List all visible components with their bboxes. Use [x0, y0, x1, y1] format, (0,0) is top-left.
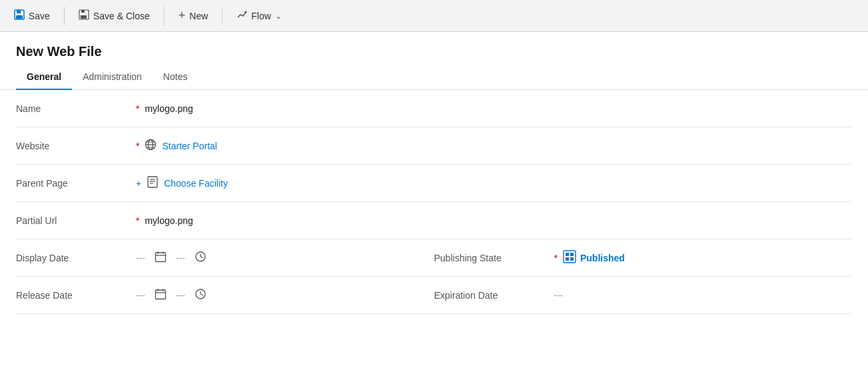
- parent-page-value[interactable]: Choose Facility: [147, 176, 852, 190]
- form-area: Name * mylogo.png Website * Starter Port…: [0, 90, 868, 314]
- display-date-col: Display Date --- ---: [16, 249, 434, 267]
- display-date-clock-icon[interactable]: [191, 249, 211, 267]
- release-date-label: Release Date: [16, 290, 136, 301]
- flow-button[interactable]: Flow ⌄: [228, 5, 290, 27]
- partial-url-required-indicator: *: [136, 215, 139, 226]
- release-date-clock-icon[interactable]: [191, 287, 211, 304]
- save-close-icon: [79, 9, 89, 23]
- name-required-indicator: *: [136, 103, 139, 114]
- svg-line-34: [201, 294, 203, 295]
- website-value[interactable]: Starter Portal: [145, 139, 852, 153]
- expiration-date-label: Expiration Date: [434, 290, 554, 301]
- separator: [64, 7, 65, 25]
- svg-rect-4: [81, 10, 85, 13]
- page-icon: [147, 176, 159, 190]
- website-row: Website * Starter Portal: [16, 127, 852, 165]
- svg-rect-27: [570, 257, 574, 261]
- expiration-date-col: Expiration Date ---: [434, 290, 853, 301]
- name-row: Name * mylogo.png: [16, 90, 852, 127]
- svg-point-6: [245, 11, 247, 13]
- svg-rect-28: [156, 290, 166, 299]
- tabs: General Administration Notes: [0, 66, 868, 90]
- save-close-button[interactable]: Save & Close: [70, 5, 159, 27]
- separator3: [222, 7, 222, 25]
- save-button[interactable]: Save: [5, 5, 59, 27]
- name-field[interactable]: mylogo.png: [145, 103, 193, 114]
- flow-label: Flow: [251, 11, 271, 21]
- toolbar: Save Save & Close + New Flow ⌄: [0, 0, 868, 32]
- flow-icon: [236, 9, 247, 23]
- svg-rect-25: [570, 253, 574, 256]
- name-value: mylogo.png: [145, 103, 852, 114]
- publishing-state-label: Publishing State: [434, 253, 554, 263]
- website-field: Starter Portal: [162, 141, 217, 151]
- new-icon: +: [179, 9, 186, 23]
- display-date-dash2: ---: [176, 253, 185, 263]
- svg-rect-26: [566, 257, 569, 261]
- page-header: New Web File: [0, 32, 868, 66]
- partial-url-label: Partial Url: [16, 215, 136, 226]
- parent-page-label: Parent Page: [16, 178, 136, 189]
- release-date-dash2: ---: [176, 290, 185, 301]
- save-close-label: Save & Close: [93, 11, 150, 21]
- display-date-dash1: ---: [136, 253, 145, 263]
- separator2: [164, 7, 165, 25]
- svg-rect-5: [81, 15, 87, 19]
- tab-general[interactable]: General: [16, 66, 72, 90]
- expiration-date-dash: ---: [554, 290, 564, 301]
- publishing-state-text: Published: [580, 253, 625, 263]
- website-label: Website: [16, 141, 136, 151]
- tab-notes[interactable]: Notes: [153, 66, 199, 90]
- svg-rect-2: [16, 15, 23, 19]
- release-date-dash1: ---: [136, 290, 145, 301]
- display-date-row: Display Date --- --- Publishing: [16, 239, 852, 277]
- release-date-col: Release Date --- ---: [16, 287, 434, 304]
- svg-rect-24: [566, 253, 569, 256]
- page-title: New Web File: [16, 44, 852, 59]
- partial-url-row: Partial Url * mylogo.png: [16, 202, 852, 239]
- release-date-row: Release Date --- --- Expiration: [16, 277, 852, 314]
- new-button[interactable]: + New: [170, 4, 217, 27]
- publishing-state-required-indicator: *: [554, 253, 558, 263]
- svg-rect-16: [156, 253, 166, 262]
- new-label: New: [189, 11, 208, 21]
- parent-page-field: Choose Facility: [164, 178, 228, 189]
- partial-url-field[interactable]: mylogo.png: [145, 215, 193, 226]
- name-label: Name: [16, 103, 136, 114]
- published-icon: [563, 250, 576, 265]
- parent-page-required-indicator: +: [136, 178, 141, 189]
- svg-line-22: [201, 257, 203, 258]
- save-icon: [14, 9, 25, 23]
- svg-rect-12: [148, 177, 157, 187]
- partial-url-value: mylogo.png: [145, 215, 852, 226]
- svg-rect-1: [17, 10, 21, 13]
- publishing-state-col: Publishing State * Published: [434, 250, 853, 265]
- save-label: Save: [29, 11, 50, 21]
- display-date-label: Display Date: [16, 253, 136, 263]
- globe-icon: [145, 139, 157, 153]
- website-required-indicator: *: [136, 141, 139, 151]
- display-date-calendar-icon[interactable]: [151, 249, 171, 267]
- parent-page-row: Parent Page + Choose Facility: [16, 165, 852, 202]
- tab-administration[interactable]: Administration: [72, 66, 153, 90]
- flow-chevron-icon[interactable]: ⌄: [275, 11, 282, 21]
- release-date-calendar-icon[interactable]: [151, 287, 171, 304]
- publishing-state-value[interactable]: Published: [563, 250, 625, 265]
- svg-rect-23: [564, 251, 576, 263]
